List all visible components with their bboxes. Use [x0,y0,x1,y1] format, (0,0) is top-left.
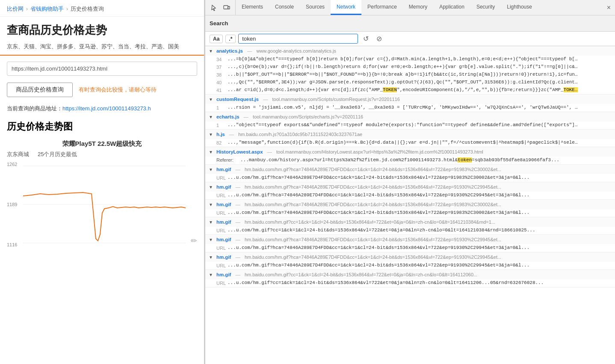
file-dash: — [235,184,240,189]
tab-security[interactable]: Security [470,0,501,15]
file-header-analytics[interactable]: ▼analytics.js—www.google-analytics.com/a… [205,46,615,56]
refresh-search-button[interactable]: ↺ [361,34,371,44]
tab-sources-label: Sources [306,4,325,10]
file-dash: — [235,272,240,277]
result-row[interactable]: 34...=b[0]&&"object"===typeof b[0])retur… [205,56,615,63]
cursor-tool-button[interactable] [209,3,219,13]
file-header-echarts[interactable]: ▼echarts.js—tool.manmanbuy.com/Scripts/e… [205,112,615,121]
chart-svg-wrap: 1262 1189 1116 ✏ [7,162,197,247]
url-input[interactable] [7,62,197,76]
tab-elements[interactable]: Elements [236,0,269,15]
file-name: hm.gif [216,255,231,260]
result-text: ...,c){b=Oe(b);var d={};if(!b||!b.length… [228,64,578,69]
result-row[interactable]: 37...,c){b=Oe(b);var d={};if(!b||!b.leng… [205,63,615,71]
y-label-bot: 1116 [7,242,23,247]
page-title: 查商品历史价格走势 [0,17,204,41]
result-text: ...rsion = 'jsjiami.com.v5', nljdj = '__… [228,105,578,110]
file-url: hm.baidu.com/hm.gif?hca=74846A289E7D4FDD… [245,184,501,189]
file-name: h.js [216,132,225,137]
breadcrumb-sep-2: › [66,6,68,12]
collapse-icon: ▼ [209,255,213,260]
file-group-hm_gif_3: ▼hm.gif—hm.baidu.com/hm.gif?hca=74846A28… [205,200,615,217]
line-number: 40 [216,80,228,85]
search-product-button[interactable]: 商品历史价格查询 [7,83,73,97]
line-number: 1 [216,105,228,110]
match-case-button[interactable]: Aa [210,35,223,43]
referer-value: ...manbuy.com/history.aspx?url=https%3a%… [240,157,559,163]
result-row[interactable]: URL...u.com/hm.gif?hca=74846A289E7D4FDD&… [205,192,615,199]
devtools-close-button[interactable]: × [603,0,615,15]
chart-months: 25个月历史最低 [38,151,77,158]
result-text: ...b||"$OPT_OUT"==b||"$ERROR"==b||"$NOT_… [228,72,578,77]
file-url: tool.manmanbuy.com/HistoryLowest.aspx?ur… [276,149,483,154]
device-tool-button[interactable] [222,3,232,13]
result-row[interactable]: 41...ar c=id(),d=0;d<c.length;d++){var e… [205,86,615,94]
file-header-hm_gif_5[interactable]: ▼hm.gif—hm.baidu.com/hm.gif?hca=74846A28… [205,235,615,244]
tab-memory[interactable]: Memory [403,0,433,15]
result-row[interactable]: 40...,Qc("","$ERROR",3E4));var g=JSON.pa… [205,79,615,86]
file-header-hm_gif_4[interactable]: ▼hm.gif—hm.baidu.com/hm.gif?cc=1&ck=1&cl… [205,217,615,227]
tab-security-label: Security [476,4,495,10]
result-row[interactable]: 38...b||"$OPT_OUT"==b||"$ERROR"==b||"$NO… [205,71,615,79]
chart-platform: 京东商城 [7,151,29,158]
tab-lighthouse[interactable]: Lighthouse [501,0,538,15]
search-input[interactable] [238,34,358,44]
breadcrumb-link-1[interactable]: 比价网 [7,5,24,13]
result-text: ...u.com/hm.gif?hca=74846A289E7D4FDD&cc=… [228,210,529,215]
result-row[interactable]: URL...u.com/hm.gif?hca=74846A289E7D4FDD&… [205,174,615,182]
regex-button[interactable]: .* [225,35,236,43]
result-row[interactable]: 1..."object"==typeof exports&&"undefined… [205,121,615,129]
file-url: hm.baidu.com/h.js?01a310dc95b71311522403… [238,132,362,137]
tab-application[interactable]: Application [433,0,470,15]
result-row[interactable]: URL...u.com/hm.gif?hca=74846A289E7D4FDD&… [205,244,615,252]
highlight2: TOKEN [564,87,578,92]
tab-network[interactable]: Network [331,0,361,15]
collapse-icon: ▼ [209,132,213,137]
result-row[interactable]: 1...rsion = 'jsjiami.com.v5', nljdj = '_… [205,104,615,112]
file-name: echarts.js [216,114,239,119]
file-group-echarts: ▼echarts.js—tool.manmanbuy.com/Scripts/e… [205,112,615,130]
chart-edit-icon[interactable]: ✏ [191,236,197,246]
tab-console[interactable]: Console [269,0,300,15]
file-header-hm_gif_6[interactable]: ▼hm.gif—hm.baidu.com/hm.gif?hca=74846A28… [205,252,615,262]
file-header-hm_gif_2[interactable]: ▼hm.gif—hm.baidu.com/hm.gif?hca=74846A28… [205,182,615,192]
search-results-area[interactable]: ▼analytics.js—www.google-analytics.com/a… [205,46,615,364]
result-text: ...=b[0]&&"object"===typeof b[0])return … [228,56,578,62]
file-header-hm_gif_7[interactable]: ▼hm.gif—hm.baidu.com/hm.gif?cc=1&ck=1&cl… [205,270,615,279]
result-row[interactable]: URL...u.com/hm.gif?cc=1&ck=1&cl=24-bit&d… [205,279,615,287]
tab-performance[interactable]: Performance [361,0,403,15]
file-group-hm_gif_1: ▼hm.gif—hm.baidu.com/hm.gif?hca=74846A28… [205,165,615,182]
result-row[interactable]: URL...u.com/hm.gif?cc=1&ck=1&cl=24-bit&d… [205,227,615,234]
file-url: hm.baidu.com/hm.gif?hca=74846A289E7D4FDD… [245,237,501,242]
result-row[interactable]: Referer:...manbuy.com/history.aspx?url=h… [205,157,615,164]
file-dash: — [235,237,240,242]
line-number: 38 [216,72,228,77]
file-header-hjs[interactable]: ▼h.js—hm.baidu.com/h.js?01a310dc95b71311… [205,130,615,139]
file-group-hm_gif_2: ▼hm.gif—hm.baidu.com/hm.gif?hca=74846A28… [205,182,615,200]
result-text: ...u.com/hm.gif?hca=74846A289E7D4FDD&cc=… [228,175,529,180]
file-header-hm_gif_1[interactable]: ▼hm.gif—hm.baidu.com/hm.gif?hca=74846A28… [205,165,615,174]
breadcrumb-link-2[interactable]: 省钱购物助手 [30,5,64,13]
clear-search-button[interactable]: ⊘ [374,34,384,44]
result-row[interactable]: 82...,"message",function(d){if(b.R(d.ori… [205,139,615,147]
line-number: URL [216,245,228,251]
result-row[interactable]: URL...u.com/hm.gif?hca=74846A289E7D4FDD&… [205,262,615,269]
file-url: hm.baidu.com/hm.gif?hca=74846A289E7D4FDD… [245,167,501,172]
collapse-icon: ▼ [209,202,213,207]
svg-rect-4 [228,6,230,9]
line-number: URL [216,280,228,286]
file-name: hm.gif [216,202,231,207]
file-group-hm_gif_6: ▼hm.gif—hm.baidu.com/hm.gif?hca=74846A28… [205,252,615,270]
current-url-label: 当前查询的商品地址： [7,105,62,112]
line-number: URL [216,175,228,181]
file-header-customRequest[interactable]: ▼customRequest.js—tool.manmanbuy.com/Scr… [205,95,615,104]
file-header-HistoryLowest[interactable]: ▼HistoryLowest.aspx—tool.manmanbuy.com/H… [205,147,615,157]
breadcrumb-sep-1: › [26,6,28,12]
tab-sources[interactable]: Sources [300,0,331,15]
file-name: hm.gif [216,237,231,242]
file-url: www.google-analytics.com/analytics.js [256,48,336,53]
file-url: hm.baidu.com/hm.gif?cc=1&ck=1&cl=24-bit&… [245,272,477,277]
tab-network-label: Network [337,4,355,10]
result-row[interactable]: URL...u.com/hm.gif?hca=74846A289E7D4FDD&… [205,209,615,217]
file-header-hm_gif_3[interactable]: ▼hm.gif—hm.baidu.com/hm.gif?hca=74846A28… [205,200,615,209]
